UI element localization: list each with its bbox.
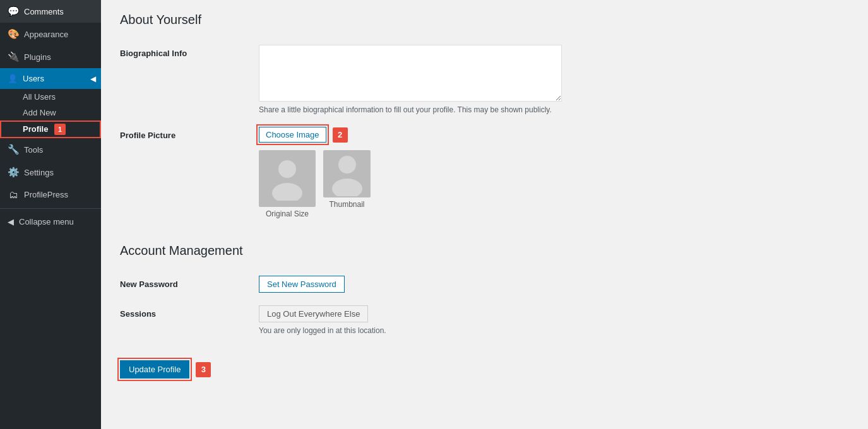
avatar-original: Original Size bbox=[259, 150, 316, 218]
sidebar-item-settings[interactable]: ⚙️ Settings bbox=[0, 161, 101, 184]
profile-picture-row: Profile Picture Choose Image 2 bbox=[120, 120, 849, 225]
account-management-section: Account Management New Password Set New … bbox=[120, 244, 849, 341]
update-profile-button[interactable]: Update Profile bbox=[120, 360, 189, 379]
sidebar-item-comments[interactable]: 💬 Comments bbox=[0, 0, 101, 23]
profile-picture-area: Choose Image 2 bbox=[259, 127, 849, 218]
settings-icon: ⚙️ bbox=[8, 167, 19, 178]
comments-icon: 💬 bbox=[8, 6, 19, 17]
collapse-icon: ◀ bbox=[8, 217, 14, 226]
new-password-cell: Set New Password bbox=[259, 269, 849, 299]
bio-textarea[interactable] bbox=[259, 45, 562, 102]
set-new-password-button[interactable]: Set New Password bbox=[259, 276, 345, 293]
sidebar-item-users[interactable]: 👤 Users ◀ bbox=[0, 68, 101, 89]
sessions-row: Sessions Log Out Everywhere Else You are… bbox=[120, 299, 849, 341]
sidebar-item-profilepress[interactable]: 🗂 ProfilePress bbox=[0, 184, 101, 206]
account-management-title: Account Management bbox=[120, 244, 849, 258]
sidebar-item-tools[interactable]: 🔧 Tools bbox=[0, 138, 101, 161]
new-password-label: New Password bbox=[120, 269, 259, 299]
sidebar-item-plugins[interactable]: 🔌 Plugins bbox=[0, 45, 101, 68]
sessions-label: Sessions bbox=[120, 299, 259, 341]
account-form-table: New Password Set New Password Sessions L… bbox=[120, 269, 849, 341]
step-badge-3: 3 bbox=[196, 362, 211, 377]
users-icon: 👤 bbox=[8, 74, 18, 83]
avatar-original-label: Original Size bbox=[266, 209, 309, 218]
choose-image-button[interactable]: Choose Image bbox=[259, 127, 326, 143]
bio-label: Biographical Info bbox=[120, 38, 259, 120]
avatar-thumbnail-label: Thumbnail bbox=[329, 200, 364, 209]
profile-picture-cell: Choose Image 2 bbox=[259, 120, 849, 225]
tools-icon: 🔧 bbox=[8, 144, 19, 155]
session-note: You are only logged in at this location. bbox=[259, 326, 849, 335]
avatar-original-svg bbox=[268, 156, 306, 201]
svg-point-1 bbox=[272, 183, 302, 201]
bio-cell: Share a little biographical information … bbox=[259, 38, 849, 120]
step-badge-2: 2 bbox=[333, 127, 348, 143]
plugins-icon: 🔌 bbox=[8, 51, 19, 62]
sidebar-item-appearance[interactable]: 🎨 Appearance bbox=[0, 23, 101, 45]
sidebar-sub-add-new[interactable]: Add New bbox=[0, 105, 101, 120]
new-password-row: New Password Set New Password bbox=[120, 269, 849, 299]
bio-description: Share a little biographical information … bbox=[259, 105, 562, 114]
avatar-original-image bbox=[259, 150, 316, 207]
update-profile-area: Update Profile 3 bbox=[120, 360, 849, 379]
avatar-thumbnail-svg bbox=[328, 152, 366, 196]
avatar-row: Original Size Thumbnail bbox=[259, 150, 849, 218]
svg-point-2 bbox=[338, 156, 356, 173]
sidebar-sub-all-users[interactable]: All Users bbox=[0, 89, 101, 105]
logout-everywhere-button[interactable]: Log Out Everywhere Else bbox=[259, 305, 368, 322]
svg-point-0 bbox=[278, 160, 296, 178]
appearance-icon: 🎨 bbox=[8, 28, 19, 40]
sidebar-sub-profile[interactable]: Profile 1 bbox=[0, 120, 101, 138]
avatar-thumbnail-image bbox=[323, 150, 371, 197]
bio-row: Biographical Info Share a little biograp… bbox=[120, 38, 849, 120]
choose-image-row: Choose Image 2 bbox=[259, 127, 849, 143]
main-content: About Yourself Biographical Info Share a… bbox=[101, 0, 868, 429]
collapse-menu-button[interactable]: ◀ Collapse menu bbox=[0, 211, 101, 232]
step-badge-1: 1 bbox=[54, 124, 66, 135]
avatar-thumbnail: Thumbnail bbox=[323, 150, 371, 218]
sidebar-divider bbox=[0, 208, 101, 209]
about-yourself-title: About Yourself bbox=[120, 13, 849, 27]
sessions-cell: Log Out Everywhere Else You are only log… bbox=[259, 299, 849, 341]
profilepress-icon: 🗂 bbox=[8, 189, 19, 200]
svg-point-3 bbox=[332, 179, 362, 196]
sidebar: 💬 Comments 🎨 Appearance 🔌 Plugins 👤 User… bbox=[0, 0, 101, 429]
users-collapse-arrow[interactable]: ◀ bbox=[90, 74, 96, 83]
profile-form-table: Biographical Info Share a little biograp… bbox=[120, 38, 849, 225]
profile-picture-label: Profile Picture bbox=[120, 120, 259, 225]
